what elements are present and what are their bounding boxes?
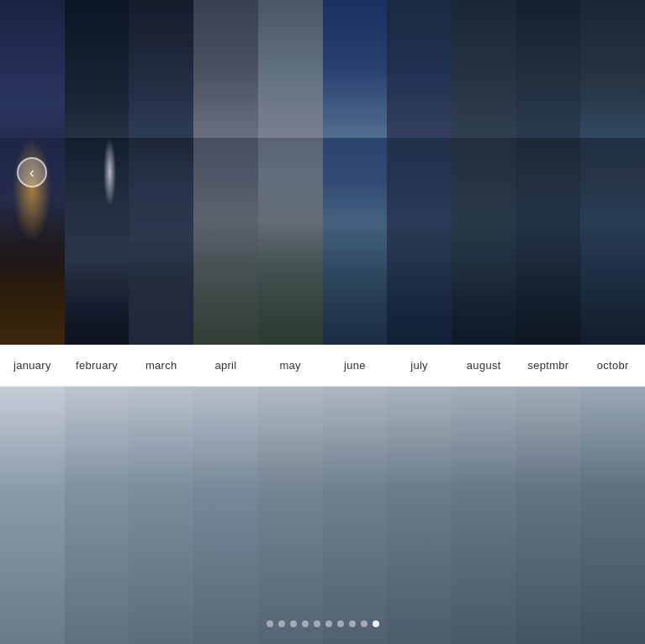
dots-indicator bbox=[267, 620, 379, 627]
dot-0[interactable] bbox=[267, 620, 273, 627]
month-label-apr[interactable]: april bbox=[193, 359, 258, 372]
gradient-strip-jun bbox=[323, 387, 388, 644]
photo-strip-jul bbox=[387, 0, 452, 345]
month-labels-row: januaryfebruarymarchaprilmayjunejulyaugu… bbox=[0, 345, 645, 387]
dot-9[interactable] bbox=[373, 620, 379, 627]
photo-strip-aug bbox=[452, 0, 516, 345]
month-label-jul[interactable]: july bbox=[387, 359, 452, 372]
gradient-strip-feb bbox=[65, 387, 130, 644]
dot-2[interactable] bbox=[290, 620, 297, 627]
photo-section: ‹ bbox=[0, 0, 645, 345]
month-label-sep[interactable]: septmbr bbox=[516, 359, 581, 372]
month-label-may[interactable]: may bbox=[258, 359, 323, 372]
main-container: ‹ januaryfebruarymarchaprilmayjunejulyau… bbox=[0, 0, 645, 644]
month-label-feb[interactable]: february bbox=[65, 359, 130, 372]
photo-strip-apr bbox=[193, 0, 258, 345]
photo-strip-feb bbox=[65, 0, 130, 345]
photo-strip-mar bbox=[129, 0, 193, 345]
month-label-mar[interactable]: march bbox=[129, 359, 193, 372]
dot-8[interactable] bbox=[361, 620, 367, 627]
gradient-strip-jan bbox=[0, 387, 65, 644]
gradient-strip-may bbox=[258, 387, 323, 644]
prev-icon: ‹ bbox=[29, 164, 34, 182]
month-label-jun[interactable]: june bbox=[323, 359, 388, 372]
dot-1[interactable] bbox=[278, 620, 285, 627]
month-label-oct[interactable]: octobr bbox=[580, 359, 645, 372]
dot-3[interactable] bbox=[302, 620, 309, 627]
dot-5[interactable] bbox=[325, 620, 332, 627]
gradient-strip-sep bbox=[516, 387, 581, 644]
photo-strip-may bbox=[258, 0, 323, 345]
gradient-strip-oct bbox=[580, 387, 645, 644]
month-label-aug[interactable]: august bbox=[452, 359, 516, 372]
prev-arrow[interactable]: ‹ bbox=[17, 157, 47, 187]
gradient-strip-mar bbox=[129, 387, 193, 644]
gradient-strip-apr bbox=[193, 387, 258, 644]
gradient-strip-jul bbox=[387, 387, 452, 644]
dot-4[interactable] bbox=[314, 620, 320, 627]
gradient-strip-aug bbox=[452, 387, 516, 644]
dot-6[interactable] bbox=[337, 620, 344, 627]
gradient-section bbox=[0, 387, 645, 644]
dot-7[interactable] bbox=[349, 620, 356, 627]
photo-strip-sep bbox=[516, 0, 581, 345]
photo-strip-jun bbox=[323, 0, 388, 345]
photo-strip-oct bbox=[580, 0, 645, 345]
month-label-jan[interactable]: january bbox=[0, 359, 65, 372]
